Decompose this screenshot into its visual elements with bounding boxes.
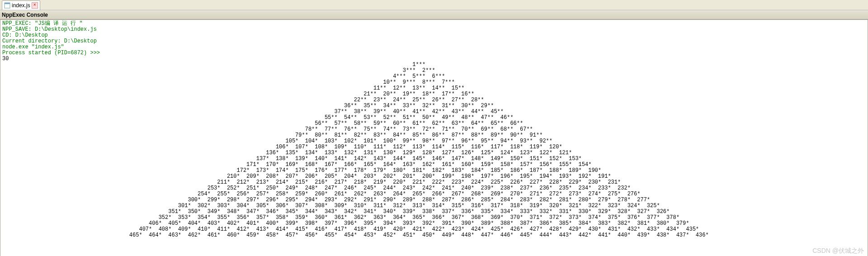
svg-rect-1 bbox=[5, 3, 10, 4]
file-tab-label: index.js bbox=[12, 2, 30, 9]
console-panel-title: NppExec Console bbox=[0, 10, 868, 19]
console-meta-output: NPP_EXEC: "JS编 译 运 行 " NPP_SAVE: D:\Desk… bbox=[2, 21, 866, 56]
nppexec-console[interactable]: NPP_EXEC: "JS编 译 运 行 " NPP_SAVE: D:\Desk… bbox=[0, 19, 868, 256]
editor-tab-bar: index.js × bbox=[0, 0, 868, 10]
close-icon[interactable]: × bbox=[32, 2, 38, 9]
csdn-watermark: CSDN @伏城之外 bbox=[812, 247, 864, 255]
file-tab-index-js[interactable]: index.js × bbox=[2, 0, 40, 10]
js-file-icon bbox=[4, 2, 10, 9]
console-program-output: 30 1*** bbox=[2, 56, 866, 238]
